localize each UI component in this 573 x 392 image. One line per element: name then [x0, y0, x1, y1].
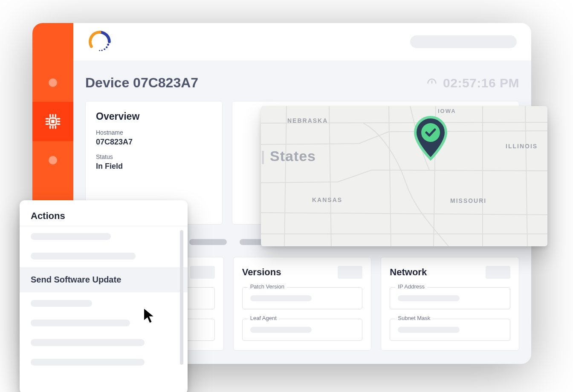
clock: 02:57:16 PM — [426, 76, 519, 90]
svg-point-16 — [104, 48, 105, 50]
map-label-nebraska: NEBRASKA — [287, 117, 328, 124]
map-roads-icon — [261, 106, 547, 246]
actions-item-placeholder-3[interactable] — [31, 300, 92, 307]
map-pin-icon — [412, 115, 449, 162]
map-country-label: | States — [261, 148, 316, 164]
actions-list: Send Software Update — [20, 226, 188, 392]
versions-card-title: Versions — [242, 267, 281, 278]
clock-value: 02:57:16 PM — [443, 76, 519, 90]
network-field-subnet-legend: Subnet Mask — [395, 315, 433, 321]
map-label-illinois: ILLINOIS — [506, 143, 538, 150]
svg-point-20 — [421, 123, 440, 142]
actions-item-send-software-update[interactable]: Send Software Update — [20, 267, 188, 292]
svg-point-14 — [107, 43, 109, 46]
sidebar-item-devices-active[interactable] — [32, 102, 73, 141]
versions-field-leaf-agent[interactable]: Leaf Agent — [242, 319, 363, 341]
sidebar-item-placeholder-2[interactable] — [49, 156, 57, 164]
device-card-chip[interactable] — [190, 266, 215, 279]
svg-point-15 — [106, 46, 107, 48]
svg-rect-1 — [51, 120, 55, 123]
overview-heading: Overview — [96, 111, 212, 122]
versions-field-patch[interactable]: Patch Version — [242, 287, 363, 309]
versions-card-chip[interactable] — [338, 266, 362, 279]
actions-item-placeholder-2[interactable] — [31, 253, 136, 259]
search-input-placeholder[interactable] — [410, 35, 517, 48]
actions-item-placeholder-4[interactable] — [31, 320, 130, 326]
map-label-missouri: MISSOURI — [450, 197, 486, 204]
overview-hostname-label: Hostname — [96, 129, 212, 136]
network-card-chip[interactable] — [486, 266, 510, 279]
actions-heading: Actions — [20, 200, 188, 226]
network-field-subnet[interactable]: Subnet Mask — [390, 319, 510, 341]
svg-point-18 — [99, 50, 100, 51]
map-label-kansas: KANSAS — [312, 196, 342, 203]
map-label-iowa: IOWA — [438, 108, 456, 114]
sidebar-item-placeholder-1[interactable] — [49, 78, 57, 87]
overview-status-label: Status — [96, 153, 212, 160]
versions-field-leaf-agent-legend: Leaf Agent — [248, 315, 279, 321]
page-title: Device 07C823A7 — [85, 75, 198, 91]
overview-hostname-value: 07C823A7 — [96, 138, 212, 147]
versions-field-patch-legend: Patch Version — [248, 283, 287, 290]
svg-point-17 — [101, 49, 102, 51]
actions-item-placeholder-1[interactable] — [31, 233, 111, 240]
actions-item-placeholder-6[interactable] — [31, 359, 145, 366]
versions-card: Versions Patch Version Leaf Agent — [233, 257, 372, 351]
actions-item-placeholder-5[interactable] — [31, 339, 145, 346]
logo-icon — [88, 30, 112, 54]
actions-scrollbar[interactable] — [180, 230, 183, 365]
chip-icon — [45, 113, 61, 130]
clock-icon — [426, 77, 438, 89]
actions-popover: Actions Send Software Update — [20, 200, 188, 392]
map-overlay[interactable]: NEBRASKA KANSAS IOWA MISSOURI ILLINOIS |… — [261, 106, 547, 246]
network-field-ip[interactable]: IP Address — [390, 287, 510, 309]
network-card: Network IP Address Subnet Mask — [381, 257, 519, 351]
overview-status-value: In Field — [96, 162, 212, 171]
header — [73, 23, 531, 61]
network-field-ip-legend: IP Address — [395, 283, 427, 290]
network-card-title: Network — [390, 267, 427, 278]
